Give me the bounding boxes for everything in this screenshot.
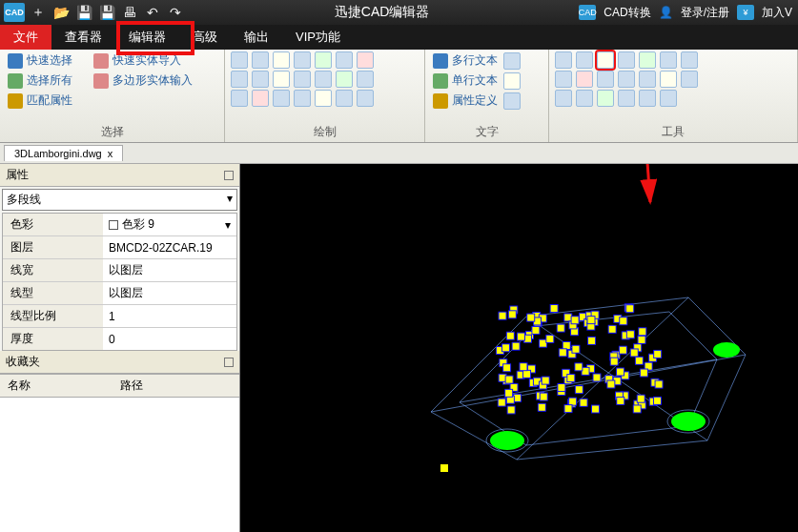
draw-tool-icon[interactable] <box>315 51 332 69</box>
draw-tool-icon[interactable] <box>294 90 311 107</box>
tool-icon[interactable] <box>639 51 656 69</box>
draw-tool-icon[interactable] <box>252 90 269 107</box>
redo-icon[interactable]: ↷ <box>166 3 185 22</box>
tool-icon[interactable] <box>618 90 635 107</box>
text-tool-icon[interactable] <box>503 72 521 90</box>
draw-tool-icon[interactable] <box>273 71 290 88</box>
print-icon[interactable]: 🖶 <box>120 3 139 22</box>
prop-value[interactable]: 1 <box>103 305 236 327</box>
quick-select-button[interactable]: 快速选择 <box>6 51 74 70</box>
tool-icon[interactable] <box>639 71 656 88</box>
save-icon[interactable]: 💾 <box>74 3 93 22</box>
tool-icon[interactable] <box>660 51 677 69</box>
pin-icon[interactable] <box>224 171 234 180</box>
pin-icon[interactable] <box>224 358 234 367</box>
draw-tool-icon[interactable] <box>315 90 332 107</box>
favorites-title: 收藏夹 <box>6 354 40 370</box>
user-icon: 👤 <box>659 6 673 19</box>
tool-icon[interactable] <box>618 51 635 69</box>
text-tool-icon[interactable] <box>503 52 521 70</box>
tab-file[interactable]: 文件 <box>0 25 51 50</box>
tool-icon[interactable] <box>555 71 572 88</box>
draw-tool-icon[interactable] <box>252 51 269 69</box>
tool-icon[interactable] <box>660 90 677 107</box>
tab-output[interactable]: 输出 <box>231 25 282 50</box>
polygon-entity-input-button[interactable]: 多边形实体输入 <box>92 72 194 90</box>
svg-rect-233 <box>440 464 448 472</box>
panel-header-properties: 属性 <box>0 164 239 187</box>
join-vip-link[interactable]: 加入V <box>762 5 792 21</box>
title-bar: CAD ＋ 📂 💾 💾 🖶 ↶ ↷ 迅捷CAD编辑器 CAD CAD转换 👤 登… <box>0 0 798 25</box>
draw-tool-icon[interactable] <box>315 71 332 88</box>
attribute-definition-button[interactable]: 属性定义 <box>431 92 500 110</box>
draw-tool-icon[interactable] <box>252 71 269 88</box>
cad-convert-link[interactable]: CAD转换 <box>604 5 650 21</box>
draw-tool-icon[interactable] <box>336 90 353 107</box>
draw-tool-icon[interactable] <box>357 71 374 88</box>
draw-tool-icon[interactable] <box>231 51 248 69</box>
prop-value[interactable]: 0 <box>103 328 236 350</box>
new-icon[interactable]: ＋ <box>29 3 48 22</box>
tool-icon[interactable] <box>618 71 635 88</box>
tool-icon[interactable] <box>660 71 677 88</box>
group-label-tools: 工具 <box>555 122 791 140</box>
draw-tool-icon[interactable] <box>294 51 311 69</box>
svg-rect-216 <box>620 347 626 354</box>
tool-icon[interactable] <box>597 71 614 88</box>
close-icon[interactable]: x <box>108 148 113 159</box>
draw-tool-icon[interactable] <box>357 51 374 69</box>
tab-viewer[interactable]: 查看器 <box>51 25 115 50</box>
multiline-text-label: 多行文本 <box>452 52 498 69</box>
tool-icon[interactable] <box>681 51 698 69</box>
app-logo[interactable]: CAD <box>4 3 25 22</box>
draw-tool-icon[interactable] <box>357 90 374 107</box>
tool-icon[interactable] <box>576 71 593 88</box>
col-path[interactable]: 路径 <box>113 375 151 397</box>
multiline-text-button[interactable]: 多行文本 <box>431 51 500 70</box>
favorites-body[interactable] <box>0 398 239 532</box>
prop-key: 厚度 <box>3 328 103 350</box>
draw-tool-icon[interactable] <box>336 71 353 88</box>
svg-rect-190 <box>506 377 513 383</box>
draw-tool-icon[interactable] <box>294 71 311 88</box>
prop-value[interactable]: 以图层 <box>103 282 236 304</box>
object-type-combo[interactable]: 多段线 ▾ <box>2 189 237 211</box>
tool-icon[interactable] <box>555 51 572 69</box>
svg-rect-194 <box>509 311 516 317</box>
quick-entity-import-button[interactable]: 快速实体导入 <box>92 51 183 70</box>
tool-icon[interactable] <box>639 90 656 107</box>
select-all-button[interactable]: 选择所有 <box>6 72 74 90</box>
draw-tool-icon[interactable] <box>273 51 290 69</box>
tab-vip[interactable]: VIP功能 <box>282 25 354 50</box>
prop-value[interactable]: BMCD2-02ZCAR.19 <box>103 236 236 258</box>
text-tool-icon[interactable] <box>503 92 521 110</box>
draw-tool-icon[interactable] <box>231 90 248 107</box>
file-tab[interactable]: 3DLamborgini.dwg x <box>4 145 123 161</box>
svg-rect-166 <box>524 336 531 342</box>
undo-icon[interactable]: ↶ <box>143 3 162 22</box>
prop-value[interactable]: 色彩 9▾ <box>103 214 236 235</box>
single-line-text-button[interactable]: 单行文本 <box>431 72 500 90</box>
workspace: 属性 多段线 ▾ 色彩色彩 9▾ 图层BMCD2-02ZCAR.19 线宽以图层… <box>0 164 798 532</box>
svg-rect-22 <box>514 395 521 401</box>
quick-select-label: 快速选择 <box>27 52 72 69</box>
svg-rect-52 <box>551 305 558 312</box>
saveas-icon[interactable]: 💾 <box>97 3 116 22</box>
tool-icon[interactable] <box>576 51 593 69</box>
draw-tool-icon[interactable] <box>273 90 290 107</box>
tab-advanced[interactable]: 高级 <box>179 25 231 50</box>
mirror-tool-icon[interactable] <box>597 51 614 69</box>
tool-icon[interactable] <box>597 90 614 107</box>
col-name[interactable]: 名称 <box>0 375 113 397</box>
draw-tool-icon[interactable] <box>231 71 248 88</box>
drawing-canvas[interactable]: 镜像 <box>240 164 798 532</box>
tool-icon[interactable] <box>555 90 572 107</box>
match-properties-button[interactable]: 匹配属性 <box>6 92 74 110</box>
prop-value[interactable]: 以图层 <box>103 259 236 281</box>
open-icon[interactable]: 📂 <box>51 3 71 22</box>
tool-icon[interactable] <box>576 90 593 107</box>
draw-tool-icon[interactable] <box>336 51 353 69</box>
tab-editor[interactable]: 编辑器 <box>115 25 179 50</box>
tool-icon[interactable] <box>681 71 698 88</box>
login-link[interactable]: 登录/注册 <box>681 5 729 21</box>
